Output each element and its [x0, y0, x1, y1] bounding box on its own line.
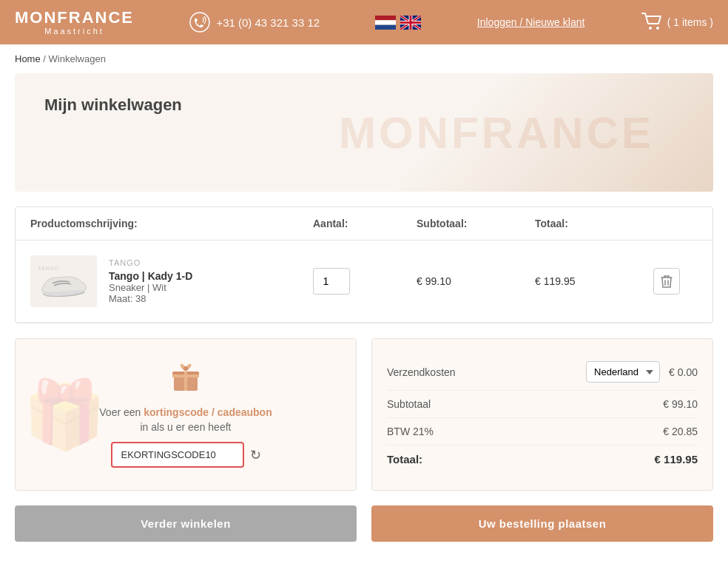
- svg-rect-11: [172, 374, 199, 377]
- banner-watermark: MONFRANCE: [339, 107, 654, 158]
- nl-flag[interactable]: [375, 16, 396, 30]
- breadcrumb-current: Winkelwagen: [49, 53, 106, 64]
- btw-label: BTW 21%: [387, 426, 434, 437]
- product-detail1: Sneaker | Wit: [109, 282, 192, 293]
- phone-icon: [189, 12, 210, 33]
- product-cell: TANGO TANGO Tango | Kady 1-D Sneaker | W…: [30, 255, 313, 307]
- col-product: Productomschrijving:: [30, 218, 313, 229]
- action-buttons: Verder winkelen Uw bestelling plaatsen: [15, 505, 713, 542]
- breadcrumb-separator: /: [43, 53, 48, 64]
- product-image: TANGO: [30, 255, 97, 307]
- continue-shopping-button[interactable]: Verder winkelen: [15, 505, 357, 542]
- uk-flag[interactable]: [400, 16, 421, 30]
- coupon-input[interactable]: [111, 442, 244, 468]
- order-summary: Verzendkosten Nederland België Duitsland…: [371, 338, 713, 491]
- language-flags[interactable]: [375, 16, 421, 30]
- breadcrumb: Home / Winkelwagen: [0, 44, 728, 73]
- cart-icon: [641, 12, 663, 33]
- svg-point-6: [656, 27, 659, 30]
- svg-text:TANGO: TANGO: [38, 266, 59, 271]
- delete-button[interactable]: [653, 268, 680, 295]
- cart-count: ( 1 items ): [667, 16, 713, 28]
- country-select[interactable]: Nederland België Duitsland Frankrijk: [586, 361, 660, 383]
- summary-shipping-row: Verzendkosten Nederland België Duitsland…: [387, 354, 698, 391]
- svg-rect-3: [375, 24, 396, 29]
- coupon-box: 🎁 Voer een kortingscode / cadeaubon in a…: [15, 338, 357, 491]
- product-info: TANGO Tango | Kady 1-D Sneaker | Wit Maa…: [109, 258, 192, 304]
- page-banner: Mijn winkelwagen MONFRANCE: [15, 73, 713, 192]
- subtotal-amount: € 99.10: [663, 398, 698, 410]
- gift-box-icon: [170, 361, 201, 392]
- product-brand: TANGO: [109, 258, 192, 267]
- place-order-button[interactable]: Uw bestelling plaatsen: [371, 505, 713, 542]
- quantity-input[interactable]: [313, 268, 350, 295]
- col-subtotal: Subtotaal:: [417, 218, 535, 229]
- coupon-link[interactable]: kortingscode / cadeaubon: [144, 406, 272, 418]
- total-cell: € 119.95: [535, 275, 653, 287]
- table-row: TANGO TANGO Tango | Kady 1-D Sneaker | W…: [16, 241, 712, 323]
- summary-btw-row: BTW 21% € 20.85: [387, 418, 698, 446]
- qty-cell: [313, 268, 417, 295]
- cart-table: Productomschrijving: Aantal: Subtotaal: …: [15, 206, 713, 323]
- logo-sub: Maastricht: [15, 27, 134, 36]
- logo[interactable]: MONFRANCE Maastricht: [15, 9, 134, 36]
- sneaker-svg: TANGO: [34, 261, 93, 302]
- site-header: MONFRANCE Maastricht +31 (0) 43 321 33 1…: [0, 0, 728, 44]
- total-label: Totaal:: [387, 453, 422, 466]
- delete-cell: [653, 268, 698, 295]
- cart-header-row: Productomschrijving: Aantal: Subtotaal: …: [16, 207, 712, 241]
- svg-rect-10: [184, 372, 187, 391]
- col-qty: Aantal:: [313, 218, 417, 229]
- refresh-icon[interactable]: ↻: [250, 447, 261, 463]
- shipping-amount: € 0.00: [669, 366, 698, 378]
- btw-amount: € 20.85: [663, 426, 698, 437]
- subtotal-label: Subtotaal: [387, 398, 431, 410]
- phone-number: +31 (0) 43 321 33 12: [216, 16, 320, 29]
- subtotal-cell: € 99.10: [417, 275, 535, 287]
- total-amount: € 119.95: [655, 453, 698, 466]
- svg-rect-2: [375, 20, 396, 24]
- coupon-background: 🎁: [23, 376, 106, 454]
- svg-point-5: [649, 27, 652, 30]
- shipping-right: Nederland België Duitsland Frankrijk € 0…: [586, 361, 698, 383]
- bottom-section: 🎁 Voer een kortingscode / cadeaubon in a…: [15, 338, 713, 491]
- cart-header[interactable]: ( 1 items ): [641, 12, 713, 33]
- svg-point-0: [190, 13, 209, 32]
- header-phone: +31 (0) 43 321 33 12: [189, 12, 320, 33]
- col-action: [653, 218, 698, 229]
- product-name: Tango | Kady 1-D: [109, 270, 192, 282]
- shipping-label: Verzendkosten: [387, 366, 456, 378]
- summary-total-row: Totaal: € 119.95: [387, 446, 698, 473]
- svg-rect-1: [375, 16, 396, 20]
- col-total: Totaal:: [535, 218, 653, 229]
- breadcrumb-home[interactable]: Home: [15, 53, 41, 64]
- summary-subtotal-row: Subtotaal € 99.10: [387, 391, 698, 418]
- product-detail2: Maat: 38: [109, 293, 192, 304]
- svg-point-12: [183, 366, 188, 371]
- login-link[interactable]: Inloggen / Nieuwe klant: [477, 16, 585, 28]
- logo-name: MONFRANCE: [15, 9, 134, 27]
- trash-icon: [661, 275, 673, 288]
